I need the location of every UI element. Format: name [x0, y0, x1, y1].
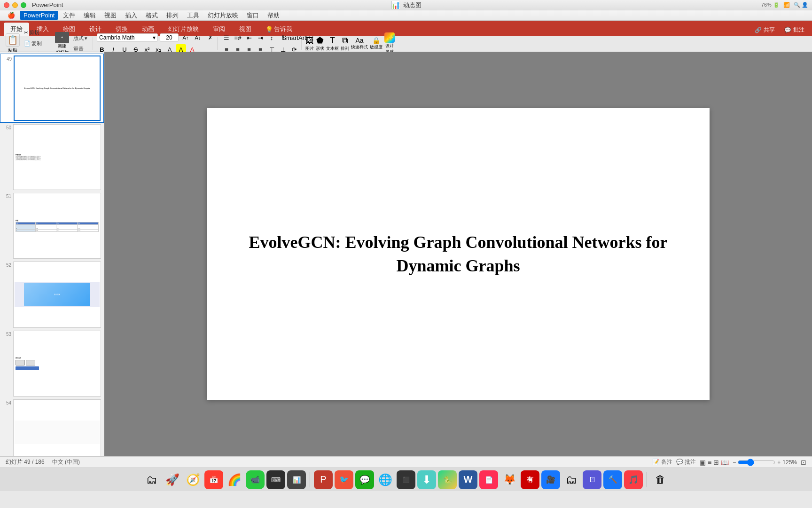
insert-image-button[interactable]: 🖼 图片 — [305, 36, 314, 52]
clipboard-group: 📋 粘贴 ✂ 剪切 📄 复制 🖌 格式刷 — [4, 37, 51, 50]
menu-tools[interactable]: 工具 — [183, 10, 203, 21]
notes-button[interactable]: 📝 备注 — [652, 458, 672, 466]
quick-styles-button[interactable]: Aa 快速样式 — [351, 37, 368, 50]
insert-textbox-button[interactable]: T 文本框 — [326, 36, 339, 52]
arrange-button[interactable]: ⧉ 排列 — [341, 36, 349, 52]
font-decrease-button[interactable]: A↓ — [193, 32, 203, 43]
zoom-control: − + 125% — [733, 459, 797, 466]
dock-separator — [310, 472, 310, 487]
dock-pycharm[interactable]: 🐍 — [438, 470, 457, 489]
dock-remote[interactable]: 🖥 — [583, 470, 601, 489]
font-size-input[interactable]: 20 — [160, 33, 179, 42]
slide-item-50[interactable]: 50 标题内容 文字内容较多的幻灯片示例展示文字行一文字内容较多的幻灯片示例展示… — [0, 123, 104, 191]
dock-launchpad[interactable]: 🚀 — [163, 470, 182, 489]
menu-window[interactable]: 窗口 — [243, 10, 263, 21]
dock-safari[interactable]: 🧭 — [184, 470, 203, 489]
comments-status-button[interactable]: 💬 批注 — [676, 458, 696, 466]
fit-page-button[interactable]: ⊡ — [801, 459, 806, 466]
dock-calendar[interactable]: 📅 — [204, 470, 223, 489]
slide-number-53: 53 — [3, 331, 11, 337]
dock-activity-monitor[interactable]: 📊 — [287, 470, 306, 489]
zoom-in-button[interactable]: + — [777, 459, 781, 466]
layout-button[interactable]: 版式 ▾ — [70, 33, 91, 43]
dock-photos[interactable]: 🌈 — [225, 470, 244, 489]
paste-button[interactable]: 📋 — [6, 33, 20, 47]
dock-wechat[interactable]: 💬 — [355, 470, 374, 489]
decrease-indent-button[interactable]: ⇤ — [244, 32, 254, 43]
menu-arrange[interactable]: 排列 — [163, 10, 182, 21]
comment-button[interactable]: 💬 批注 — [781, 24, 808, 36]
menu-insert[interactable]: 插入 — [121, 10, 141, 21]
slide-sorter-button[interactable]: ⊞ — [713, 459, 719, 466]
dock-music[interactable]: 🎵 — [624, 470, 643, 489]
numbered-list-button[interactable]: ≡# — [233, 32, 243, 43]
reading-view-button[interactable]: 📖 — [721, 459, 729, 466]
close-button[interactable] — [4, 2, 9, 8]
slide-item-51[interactable]: 51 标题 列1 列2 列3 列4 A 0.81 0 — [0, 191, 104, 260]
slide-number-50: 50 — [3, 124, 11, 130]
cut-button[interactable]: ✂ 剪切 — [21, 28, 43, 38]
dock: 🗂 🚀 🧭 📅 🌈 📹 ⌨ 📊 P 🐦 💬 🌐 ⬛ ⬇ 🐍 W 📄 🦊 有 🎥 … — [0, 468, 812, 491]
increase-indent-button[interactable]: ⇥ — [255, 32, 265, 43]
dock-finder2[interactable]: 🗂 — [562, 470, 581, 489]
dock-meeting[interactable]: 🎥 — [541, 470, 560, 489]
menu-format[interactable]: 格式 — [142, 10, 162, 21]
dock-chrome[interactable]: 🌐 — [376, 470, 395, 489]
dock-foxmail[interactable]: 🦊 — [500, 470, 519, 489]
copy-button[interactable]: 📄 复制 — [21, 39, 45, 48]
clear-format-button[interactable]: ✗ — [205, 32, 215, 43]
dock-xcode[interactable]: 🔨 — [603, 470, 622, 489]
zoom-slider-input[interactable] — [738, 459, 775, 466]
dock-youdao[interactable]: 有 — [521, 470, 539, 489]
slide-number-49: 49 — [3, 56, 12, 62]
menu-view[interactable]: 视图 — [101, 10, 120, 21]
dock-finder[interactable]: 🗂 — [142, 470, 161, 489]
menu-help[interactable]: 帮助 — [264, 10, 283, 21]
menu-slideshow[interactable]: 幻灯片放映 — [204, 10, 242, 21]
dock-trash[interactable]: 🗑 — [651, 470, 670, 489]
line-spacing-button[interactable]: ↕ — [266, 32, 277, 43]
dock-terminal[interactable]: ⌨ — [266, 470, 285, 489]
zoom-out-button[interactable]: − — [733, 459, 736, 466]
dock-powerpoint[interactable]: P — [314, 470, 333, 489]
slide-item-54[interactable]: 54 — [0, 398, 104, 456]
dock-pdf[interactable]: 📄 — [479, 470, 498, 489]
slide-thumb-49: EvolveGCN: Evolving Graph Convolutional … — [14, 56, 101, 121]
slide-item-49[interactable]: 49 EvolveGCN: Evolving Graph Convolution… — [0, 54, 104, 123]
menu-apple[interactable]: 🍎 — [4, 11, 19, 20]
slide-canvas[interactable]: EvolveGCN: Evolving Graph Convolutional … — [207, 108, 710, 400]
language-indicator: 中文 (中国) — [52, 458, 80, 466]
status-right: 📝 备注 💬 批注 ▣ ≡ ⊞ 📖 − + 125% ⊡ — [652, 458, 806, 466]
paragraph-group: ☰ ≡# ⇤ ⇥ ↕ ⫴ SmartArt ≡ ≡ ≡ ≡ ⊤ ⊥ ⟳ — [219, 37, 302, 50]
outline-view-button[interactable]: ≡ — [708, 459, 711, 466]
maximize-button[interactable] — [21, 2, 26, 8]
slide-group: + 新建幻灯片 版式 ▾ 重置 — [53, 37, 93, 50]
font-increase-button[interactable]: A↑ — [180, 32, 191, 43]
dock-word[interactable]: W — [459, 470, 477, 489]
slide-number-54: 54 — [3, 399, 11, 405]
dock-swift[interactable]: 🐦 — [335, 470, 353, 489]
bullet-list-button[interactable]: ☰ — [221, 32, 232, 43]
canvas-area[interactable]: EvolveGCN: Evolving Graph Convolutional … — [104, 52, 812, 456]
slide-item-52[interactable]: 52 图表/图像 — [0, 260, 104, 329]
slide-item-53[interactable]: 53 图示内容 — [0, 329, 104, 398]
insert-shape-button[interactable]: ⬟ 形状 — [316, 35, 324, 52]
menu-edit[interactable]: 编辑 — [80, 10, 100, 21]
smart-art-button[interactable]: SmartArt — [289, 32, 299, 43]
menu-file[interactable]: 文件 — [59, 10, 79, 21]
window-title: 📊 动态图 — [391, 0, 422, 9]
new-slide-button[interactable]: + — [55, 32, 69, 43]
menu-powerpoint[interactable]: PowerPoint — [20, 11, 58, 20]
minimize-button[interactable] — [12, 2, 18, 8]
menu-bar: 🍎 PowerPoint 文件 编辑 视图 插入 格式 排列 工具 幻灯片放映 … — [0, 10, 812, 21]
dock-folx[interactable]: ⬇ — [417, 470, 436, 489]
share-button[interactable]: 🔗 共享 — [751, 24, 779, 36]
traffic-lights[interactable] — [4, 2, 26, 8]
normal-view-button[interactable]: ▣ — [700, 459, 706, 466]
dock-facetime[interactable]: 📹 — [246, 470, 265, 489]
font-name-selector[interactable]: Cambria Math ▾ — [97, 33, 158, 42]
dock-terminal2[interactable]: ⬛ — [397, 470, 415, 489]
slide-thumb-50: 标题内容 文字内容较多的幻灯片示例展示文字行一文字内容较多的幻灯片示例展示文字行… — [13, 124, 101, 190]
sensitivity-button[interactable]: 🔒 敏感度 — [370, 37, 383, 50]
drawing-group: 🖼 图片 ⬟ 形状 T 文本框 ⧉ 排列 Aa 快速样式 — [304, 37, 397, 50]
